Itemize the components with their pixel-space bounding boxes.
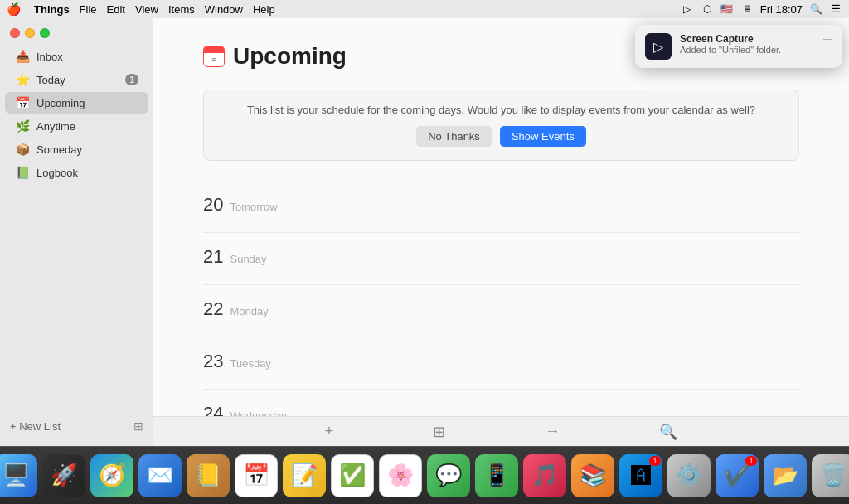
menu-view[interactable]: View [135, 3, 158, 16]
menubar-left: 🍎 Things File Edit View Items Window Hel… [7, 2, 275, 16]
grid-view-button[interactable]: ⊞ [433, 423, 445, 441]
menu-list-icon[interactable]: ☰ [829, 2, 842, 16]
dock-photos[interactable]: 🌸 [379, 454, 422, 497]
dock-mail[interactable]: ✉️ [138, 454, 182, 497]
dock-books[interactable]: 📚 [571, 454, 614, 497]
dock-appstore[interactable]: 🅰 1 [619, 454, 662, 497]
system-prefs-icon: ⚙️ [676, 463, 702, 488]
sidebar-item-someday[interactable]: 📦 Someday [5, 138, 148, 160]
date-header-21: 21 Sunday [203, 246, 799, 268]
notes-icon: 📝 [291, 463, 318, 488]
capture-icon[interactable]: ▷ [681, 2, 694, 16]
sidebar-item-inbox[interactable]: 📥 Inbox [5, 46, 148, 67]
sidebar-item-today[interactable]: ⭐ Today 1 [5, 69, 148, 90]
photos-icon: 🌸 [387, 463, 414, 488]
no-thanks-button[interactable]: No Thanks [416, 126, 492, 147]
things-badge: 1 [745, 456, 757, 466]
notif-content: Screen Capture Added to "Unfiled" folder… [680, 33, 815, 55]
app-name-menu[interactable]: Things [34, 3, 70, 16]
today-icon: ⭐ [15, 72, 30, 87]
upcoming-icon: 📅 [15, 95, 30, 110]
search-toolbar-button[interactable]: 🔍 [659, 423, 677, 441]
dock-system-prefs[interactable]: ⚙️ [667, 454, 711, 497]
date-number-23: 23 [203, 351, 223, 372]
add-task-button[interactable]: + [325, 423, 334, 440]
dock-reminders[interactable]: ✅ [331, 454, 374, 497]
dock: 🖥️ 🚀 🧭 ✉️ 📒 📅 📝 ✅ 🌸 💬 📱 🎵 📚 🅰 1 ⚙️ [0, 446, 849, 504]
minimize-button[interactable] [25, 28, 35, 38]
notification-popup: ▷ Screen Capture Added to "Unfiled" fold… [635, 25, 842, 68]
inbox-icon: 📥 [15, 49, 30, 64]
dock-safari[interactable]: 🧭 [90, 454, 133, 497]
finder-icon: 🖥️ [2, 463, 29, 488]
sidebar: 📥 Inbox ⭐ Today 1 📅 Upcoming 🌿 Anytime 📦… [0, 18, 153, 446]
filter-icon[interactable]: ⊞ [133, 419, 143, 433]
sidebar-label-upcoming: Upcoming [36, 97, 138, 109]
lastpass-icon[interactable]: ⬡ [701, 2, 714, 16]
menubar: 🍎 Things File Edit View Items Window Hel… [0, 0, 849, 18]
today-badge: 1 [125, 74, 138, 85]
menu-help[interactable]: Help [253, 3, 275, 16]
banner-actions: No Thanks Show Events [221, 126, 782, 147]
page-title: Upcoming [233, 43, 347, 70]
date-label-20: Tomorrow [230, 201, 277, 213]
sidebar-item-upcoming[interactable]: 📅 Upcoming [5, 92, 148, 114]
dock-facetime[interactable]: 📱 [475, 454, 518, 497]
display-icon[interactable]: 🖥 [740, 2, 754, 16]
dock-contacts[interactable]: 📒 [187, 454, 230, 497]
search-menubar-icon[interactable]: 🔍 [809, 2, 822, 16]
dock-notes[interactable]: 📝 [283, 454, 326, 497]
sidebar-label-anytime: Anytime [36, 120, 138, 133]
sidebar-item-anytime[interactable]: 🌿 Anytime [5, 115, 148, 137]
mail-icon: ✉️ [147, 463, 173, 488]
sidebar-footer: + New List ⊞ [0, 413, 153, 439]
date-header-22: 22 Monday [203, 298, 799, 320]
calendar-banner: This list is your schedule for the comin… [203, 90, 799, 161]
dock-trash[interactable]: 🗑️ [812, 454, 849, 497]
someday-icon: 📦 [15, 142, 30, 157]
page-title-icon: ≡ [203, 46, 225, 67]
main-toolbar: + ⊞ → 🔍 [153, 416, 849, 446]
new-list-button[interactable]: + New List [10, 420, 61, 433]
traffic-lights [0, 25, 153, 45]
banner-text: This list is your schedule for the comin… [221, 104, 782, 116]
date-number-22: 22 [203, 298, 223, 320]
date-section-20: 20 Tomorrow [203, 181, 799, 233]
flag-icon[interactable]: 🇺🇸 [720, 2, 734, 16]
show-events-button[interactable]: Show Events [500, 126, 586, 147]
dock-finder[interactable]: 🖥️ [0, 454, 37, 497]
appstore-icon: 🅰 [631, 464, 651, 487]
menu-edit[interactable]: Edit [107, 3, 125, 16]
date-section-21: 21 Sunday [203, 233, 799, 285]
dock-music[interactable]: 🎵 [523, 454, 566, 497]
books-icon: 📚 [580, 463, 606, 488]
menu-file[interactable]: File [80, 3, 97, 16]
messages-icon: 💬 [435, 463, 462, 488]
dock-calendar[interactable]: 📅 [235, 454, 278, 497]
menu-window[interactable]: Window [205, 3, 243, 16]
app-window: 📥 Inbox ⭐ Today 1 📅 Upcoming 🌿 Anytime 📦… [0, 18, 849, 446]
menu-items[interactable]: Items [168, 3, 195, 16]
sidebar-label-today: Today [36, 74, 125, 86]
dock-things[interactable]: ✔️ 1 [716, 454, 759, 497]
close-button[interactable] [10, 28, 20, 38]
things-dock-icon: ✔️ [724, 463, 750, 488]
apple-menu-icon[interactable]: 🍎 [7, 2, 21, 16]
notif-body: Added to "Unfiled" folder. [680, 45, 815, 55]
facetime-icon: 📱 [483, 463, 510, 488]
navigate-button[interactable]: → [545, 423, 560, 440]
date-header-20: 20 Tomorrow [203, 194, 799, 216]
launchpad-icon: 🚀 [51, 463, 77, 488]
notif-title: Screen Capture [680, 33, 815, 45]
dock-launchpad[interactable]: 🚀 [42, 454, 85, 497]
appstore-badge: 1 [649, 456, 661, 466]
sidebar-item-logbook[interactable]: 📗 Logbook [5, 162, 148, 183]
fullscreen-button[interactable] [40, 28, 50, 38]
dock-messages[interactable]: 💬 [427, 454, 470, 497]
sidebar-label-inbox: Inbox [36, 51, 138, 63]
dock-downloads[interactable]: 📂 [764, 454, 807, 497]
notif-close-button[interactable]: — [823, 33, 832, 43]
contacts-icon: 📒 [195, 463, 221, 488]
date-label-23: Tuesday [230, 357, 270, 370]
sidebar-label-someday: Someday [36, 143, 138, 156]
